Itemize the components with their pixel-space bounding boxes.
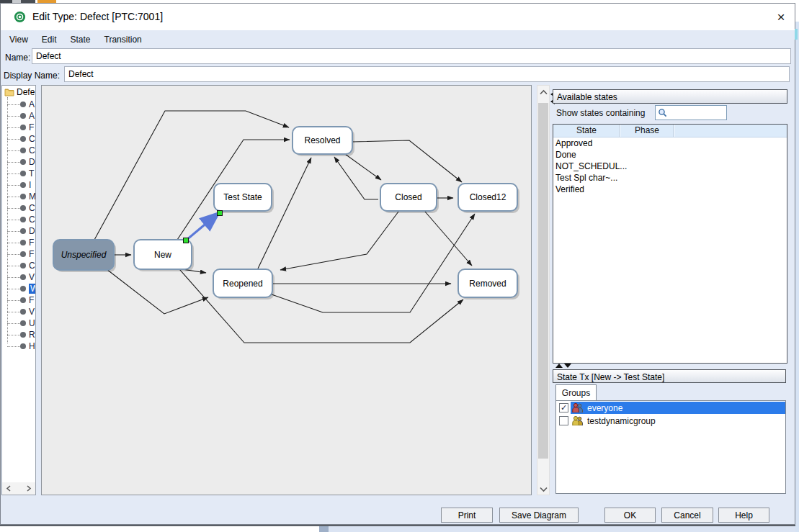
state-row[interactable]: Test Spl char~...: [553, 172, 787, 184]
name-label: Name:: [5, 53, 30, 63]
scroll-down-icon[interactable]: [537, 482, 549, 495]
scroll-right-icon[interactable]: [25, 485, 32, 492]
column-header-state[interactable]: State: [553, 125, 620, 137]
tree-item-label: F: [29, 295, 34, 305]
states-search-box[interactable]: [655, 105, 727, 120]
state-node-unspecified[interactable]: Unspecified: [53, 240, 116, 272]
state-bullet-icon: [20, 182, 26, 188]
tree-item[interactable]: R: [2, 329, 36, 341]
menu-item-edit[interactable]: Edit: [37, 32, 65, 47]
display-name-input[interactable]: Defect: [64, 66, 790, 82]
save-diagram-button[interactable]: Save Diagram: [499, 508, 579, 523]
tree-root-item[interactable]: Defe: [4, 87, 35, 97]
background-window-fragment: [795, 29, 798, 40]
states-table-header[interactable]: State Phase: [553, 125, 787, 137]
transition-closed-to-removed[interactable]: [425, 212, 472, 266]
available-states-table[interactable]: State Phase ApprovedDoneNOT_SCHEDUL...Te…: [553, 124, 787, 364]
state-row[interactable]: NOT_SCHEDUL...: [553, 161, 787, 172]
state-node-closed[interactable]: Closed: [380, 184, 439, 213]
transition-handle[interactable]: [184, 238, 189, 243]
transition-resolved-to-closed12[interactable]: [352, 140, 462, 182]
state-row[interactable]: Verified: [553, 184, 787, 195]
tree-item[interactable]: C: [2, 260, 36, 271]
ok-button[interactable]: OK: [604, 508, 656, 523]
tree-item-label: F: [29, 249, 34, 259]
tree-item[interactable]: T: [2, 168, 36, 179]
tree-horizontal-scrollbar[interactable]: [2, 482, 35, 495]
help-button[interactable]: Help: [718, 508, 769, 523]
checkbox-unchecked[interactable]: [559, 416, 568, 425]
transition-closed-to-resolved[interactable]: [334, 157, 378, 199]
state-bullet-icon: [20, 205, 26, 211]
tree-item-label: C: [29, 145, 35, 155]
tree-item-label: C: [29, 215, 35, 225]
tree-item-label: T: [29, 168, 34, 179]
state-node-label: Test State: [223, 192, 262, 202]
available-states-header: Available states: [553, 89, 787, 104]
tree-item-label: F: [29, 122, 34, 132]
checkbox-checked[interactable]: ✓: [559, 403, 568, 412]
tree-item[interactable]: C: [2, 133, 36, 145]
canvas-vertical-scrollbar[interactable]: [537, 85, 550, 495]
state-bullet-icon: [20, 332, 26, 338]
tree-root-label: Defe: [17, 87, 35, 97]
menu-item-state[interactable]: State: [66, 32, 98, 47]
transition-reopened-to-closed12[interactable]: [272, 214, 475, 312]
tree-item[interactable]: F: [2, 237, 36, 248]
tree-item[interactable]: A: [2, 110, 36, 122]
state-tx-header: State Tx [New -> Test State]: [553, 369, 786, 383]
state-node-closed12[interactable]: Closed12: [458, 184, 519, 213]
workflow-diagram-canvas[interactable]: UnspecifiedNewTest StateResolvedClosedCl…: [41, 85, 532, 495]
print-button[interactable]: Print: [441, 508, 493, 523]
transition-unspecified-to-reopened[interactable]: [107, 269, 208, 314]
scrollbar-thumb[interactable]: [538, 103, 548, 459]
group-row[interactable]: testdynamicgroup: [556, 415, 785, 427]
transition-resolved-to-closed[interactable]: [345, 154, 381, 180]
scroll-up-icon[interactable]: [537, 86, 549, 98]
menu-item-view[interactable]: View: [5, 32, 36, 47]
state-node-reopened[interactable]: Reopened: [213, 269, 274, 299]
tree-item[interactable]: F: [2, 248, 36, 260]
tree-item[interactable]: H: [2, 341, 36, 352]
vertical-splitter-arrows[interactable]: [555, 364, 571, 369]
state-bullet-icon: [20, 343, 26, 349]
selected-transition-new-to-test-state[interactable]: [186, 214, 218, 240]
state-node-new[interactable]: New: [134, 240, 194, 271]
tree-item[interactable]: I: [2, 179, 36, 191]
name-input[interactable]: Defect: [32, 48, 791, 64]
tree-item[interactable]: C: [2, 214, 36, 225]
state-node-resolved[interactable]: Resolved: [293, 127, 354, 156]
tree-item[interactable]: M: [2, 191, 36, 202]
tree-item[interactable]: W: [2, 283, 36, 294]
tree-item[interactable]: D: [2, 225, 36, 237]
tree-item[interactable]: F: [2, 122, 36, 133]
cancel-button[interactable]: Cancel: [661, 508, 713, 523]
column-header-phase[interactable]: Phase: [620, 125, 674, 137]
transition-unspecified-to-resolved[interactable]: [94, 111, 289, 240]
transition-closed-to-reopened[interactable]: [280, 212, 398, 270]
scroll-left-icon[interactable]: [6, 485, 12, 492]
tree-item[interactable]: U: [2, 317, 36, 329]
state-node-label: Reopened: [223, 279, 262, 289]
tree-item[interactable]: V: [2, 271, 36, 283]
tree-item[interactable]: A: [2, 99, 36, 110]
state-node-label: Closed: [395, 192, 421, 202]
tree-item[interactable]: C: [2, 202, 36, 214]
tree-item[interactable]: V: [2, 306, 36, 317]
tree-item[interactable]: C: [2, 145, 36, 156]
close-button[interactable]: ×: [770, 8, 792, 27]
tree-item[interactable]: F: [2, 294, 36, 306]
states-search-input[interactable]: [667, 108, 720, 118]
state-row[interactable]: Approved: [553, 137, 787, 149]
transition-handle[interactable]: [218, 211, 223, 216]
tab-groups[interactable]: Groups: [555, 384, 597, 400]
tree-item[interactable]: D: [2, 156, 36, 168]
group-row[interactable]: ✓everyone: [556, 402, 785, 414]
menu-item-transition[interactable]: Transition: [100, 32, 150, 47]
state-row[interactable]: Done: [553, 149, 787, 161]
state-bullet-icon: [20, 113, 26, 119]
menu-bar: ViewEditStateTransition: [5, 32, 150, 47]
state-bullet-icon: [20, 320, 26, 326]
state-node-removed[interactable]: Removed: [458, 269, 519, 299]
state-node-test-state[interactable]: Test State: [214, 184, 274, 213]
